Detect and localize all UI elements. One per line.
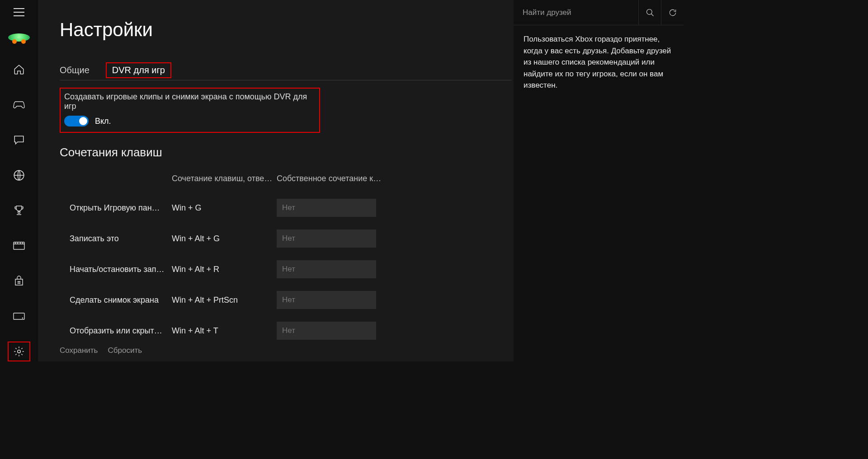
shortcut-default: Win + Alt + T [172, 326, 277, 336]
svg-rect-2 [18, 281, 19, 282]
friends-panel: Пользоваться Xbox гораздо приятнее, когд… [514, 0, 684, 361]
shortcut-table-head: . Сочетание клавиш, отве… Собственное со… [70, 174, 444, 183]
nav-icons [8, 60, 30, 361]
home-icon[interactable] [8, 60, 30, 80]
shortcut-name: Начать/остановить зап… [70, 265, 172, 274]
sidebar [0, 0, 38, 361]
shortcut-custom-input[interactable] [277, 199, 376, 217]
table-row: Сделать снимок экрана Win + Alt + PrtScn [70, 291, 444, 309]
friends-search-input[interactable] [514, 8, 638, 17]
dvr-toggle-state: Вкл. [95, 117, 111, 126]
svg-rect-5 [19, 283, 21, 284]
tab-dvr[interactable]: DVR для игр [106, 62, 171, 78]
shortcut-custom-input[interactable] [277, 260, 376, 278]
shortcuts-title: Сочетания клавиш [60, 145, 514, 159]
tab-general[interactable]: Общие [60, 65, 90, 75]
table-row: Записать это Win + Alt + G [70, 230, 444, 248]
connect-icon[interactable] [8, 306, 30, 326]
friends-empty-text: Пользоваться Xbox гораздо приятнее, когд… [514, 25, 684, 99]
avatar[interactable] [8, 33, 30, 42]
table-row: Начать/остановить зап… Win + Alt + R [70, 260, 444, 278]
shortcut-name: Сделать снимок экрана [70, 295, 172, 305]
shortcut-default: Win + Alt + G [172, 234, 277, 244]
svg-point-8 [18, 350, 21, 353]
footer-actions: Сохранить Сбросить [60, 346, 142, 355]
shortcut-default: Win + G [172, 203, 277, 213]
refresh-icon[interactable] [661, 0, 684, 25]
clips-icon[interactable] [8, 236, 30, 256]
svg-rect-3 [19, 281, 21, 282]
reset-button[interactable]: Сбросить [108, 346, 142, 355]
shortcut-default: Win + Alt + R [172, 265, 277, 274]
svg-point-7 [22, 318, 24, 319]
col-default: Сочетание клавиш, отве… [172, 174, 277, 183]
globe-icon[interactable] [8, 165, 30, 185]
shortcut-custom-input[interactable] [277, 291, 376, 309]
dvr-toggle[interactable] [64, 116, 89, 126]
trophy-icon[interactable] [8, 201, 30, 220]
table-row: Открыть Игровую пан… Win + G [70, 199, 444, 217]
dvr-toggle-block: Создавать игровые клипы и снимки экрана … [60, 88, 320, 133]
shortcut-name: Записать это [70, 234, 172, 244]
settings-icon[interactable] [8, 342, 30, 361]
dvr-toggle-row: Вкл. [64, 116, 314, 126]
search-icon[interactable] [638, 0, 661, 25]
shortcut-default: Win + Alt + PrtScn [172, 295, 277, 305]
shortcut-name: Отобразить или скрыт… [70, 326, 172, 336]
shortcut-custom-input[interactable] [277, 230, 376, 248]
dvr-toggle-label: Создавать игровые клипы и снимки экрана … [64, 92, 314, 111]
main-content: Настройки Общие DVR для игр Создавать иг… [38, 0, 514, 361]
controller-icon[interactable] [8, 95, 30, 115]
page-title: Настройки [60, 19, 514, 41]
shortcut-name: Открыть Игровую пан… [70, 203, 172, 213]
save-button[interactable]: Сохранить [60, 346, 98, 355]
chat-icon[interactable] [8, 130, 30, 150]
store-icon[interactable] [8, 271, 30, 291]
friends-top [514, 0, 684, 25]
tabs: Общие DVR для игр [60, 65, 512, 80]
hamburger-menu[interactable] [9, 8, 29, 16]
table-row: Отобразить или скрыт… Win + Alt + T [70, 322, 444, 340]
svg-rect-4 [18, 283, 19, 284]
svg-point-9 [646, 9, 652, 14]
col-custom: Собственное сочетание к… [277, 174, 382, 183]
shortcut-table: . Сочетание клавиш, отве… Собственное со… [60, 174, 444, 340]
shortcut-custom-input[interactable] [277, 322, 376, 340]
